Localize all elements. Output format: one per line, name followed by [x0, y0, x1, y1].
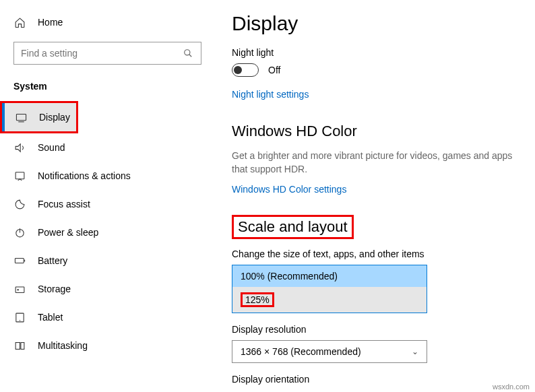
hdcolor-description: Get a brighter and more vibrant picture … — [232, 150, 522, 176]
svg-point-0 — [185, 50, 190, 55]
power-icon — [13, 226, 26, 238]
night-light-toggle[interactable] — [232, 63, 259, 77]
nav-label: Multitasking — [38, 340, 88, 351]
sidebar-nav: Display Sound Notifications & actions Fo… — [0, 101, 215, 360]
sidebar-item-power[interactable]: Power & sleep — [0, 218, 215, 247]
svg-rect-5 — [15, 172, 24, 178]
resolution-dropdown[interactable]: 1366 × 768 (Recommended) ⌄ — [232, 340, 427, 363]
night-light-toggle-row: Off — [232, 63, 522, 77]
search-icon — [182, 47, 194, 59]
hdcolor-settings-link[interactable]: Windows HD Color settings — [232, 184, 522, 195]
sidebar-item-display[interactable]: Display — [2, 103, 76, 131]
sidebar-item-focus-assist[interactable]: Focus assist — [0, 190, 215, 218]
svg-rect-2 — [16, 114, 26, 120]
main-content: Display Night light Off Night light sett… — [216, 0, 535, 392]
nav-label: Tablet — [38, 312, 63, 323]
nav-label: Focus assist — [38, 199, 90, 209]
svg-rect-15 — [20, 342, 24, 349]
multitasking-icon — [13, 339, 26, 352]
sidebar-item-battery[interactable]: Battery — [0, 247, 215, 275]
sidebar-item-storage[interactable]: Storage — [0, 275, 215, 303]
display-icon — [15, 111, 27, 123]
chevron-down-icon: ⌄ — [412, 347, 418, 356]
settings-sidebar: Home System Display Sound Notifications … — [0, 0, 216, 392]
tablet-icon — [13, 311, 26, 323]
battery-icon — [13, 255, 26, 267]
nav-label: Notifications & actions — [38, 170, 131, 181]
sidebar-section: System — [0, 74, 215, 101]
nav-label: Display — [39, 112, 70, 123]
page-title: Display — [232, 12, 522, 35]
sidebar-item-multitasking[interactable]: Multitasking — [0, 331, 215, 360]
scale-heading: Scale and layout — [232, 215, 354, 239]
svg-line-1 — [189, 55, 192, 57]
nav-label: Storage — [38, 284, 71, 294]
sidebar-item-sound[interactable]: Sound — [0, 133, 215, 162]
svg-rect-14 — [15, 342, 20, 349]
hdcolor-heading: Windows HD Color — [232, 123, 522, 140]
resolution-value: 1366 × 768 (Recommended) — [241, 346, 361, 357]
home-nav[interactable]: Home — [0, 12, 215, 36]
orientation-label: Display orientation — [232, 374, 522, 385]
scale-option-125[interactable]: 125% — [232, 287, 427, 313]
svg-rect-8 — [15, 258, 24, 263]
resolution-label: Display resolution — [232, 324, 522, 335]
scale-option-125-label: 125% — [241, 292, 274, 307]
scale-dropdown[interactable]: 100% (Recommended) 125% — [232, 265, 427, 313]
search-input-wrap[interactable] — [13, 42, 201, 65]
nav-label: Power & sleep — [38, 227, 98, 238]
night-light-settings-link[interactable]: Night light settings — [232, 89, 522, 100]
watermark: wsxdn.com — [493, 383, 530, 391]
scale-option-100[interactable]: 100% (Recommended) — [232, 265, 427, 287]
toggle-knob — [234, 66, 242, 74]
svg-rect-10 — [15, 286, 24, 292]
nav-label: Battery — [38, 255, 67, 266]
search-input[interactable] — [21, 48, 177, 59]
svg-point-11 — [17, 289, 18, 290]
svg-marker-4 — [15, 143, 20, 151]
sidebar-item-notifications[interactable]: Notifications & actions — [0, 162, 215, 190]
sound-icon — [13, 141, 26, 154]
storage-icon — [13, 283, 26, 295]
home-icon — [13, 16, 26, 28]
night-light-state: Off — [268, 65, 280, 75]
home-label: Home — [38, 17, 63, 28]
nav-label: Sound — [38, 142, 65, 153]
night-light-label: Night light — [232, 47, 522, 58]
sidebar-item-tablet[interactable]: Tablet — [0, 303, 215, 331]
focus-icon — [13, 198, 26, 210]
notifications-icon — [13, 170, 26, 182]
scale-dropdown-label: Change the size of text, apps, and other… — [232, 249, 522, 259]
